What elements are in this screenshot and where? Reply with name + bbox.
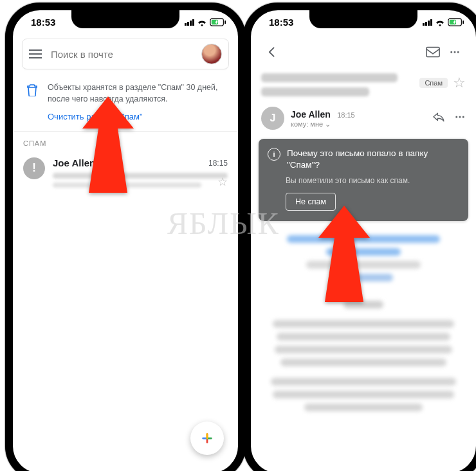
not-spam-button[interactable]: Не спам bbox=[286, 193, 336, 211]
trash-icon bbox=[23, 82, 41, 123]
svg-point-9 bbox=[457, 51, 459, 53]
svg-point-12 bbox=[462, 116, 464, 118]
sender-time: 18:15 bbox=[337, 111, 355, 119]
svg-point-10 bbox=[455, 116, 457, 118]
status-right bbox=[185, 18, 226, 26]
more-icon[interactable] bbox=[444, 41, 466, 63]
sender-avatar[interactable]: J bbox=[261, 107, 284, 130]
search-input[interactable]: Поиск в почте bbox=[51, 49, 201, 60]
status-time: 18:53 bbox=[269, 17, 293, 28]
star-icon[interactable]: ☆ bbox=[217, 175, 228, 189]
subject-blur-2 bbox=[261, 87, 369, 96]
more-icon[interactable] bbox=[454, 111, 466, 125]
spam-banner: Объекты хранятся в разделе "Спам" 30 дне… bbox=[13, 76, 238, 132]
banner-text: Объекты хранятся в разделе "Спам" 30 дне… bbox=[48, 83, 217, 103]
svg-rect-1 bbox=[224, 21, 226, 24]
why-spam-card: i Почему это письмо попало в папку "Спам… bbox=[259, 139, 468, 221]
phone-left: 18:53 Поиск в почте Объекты хранятся в р… bbox=[5, 3, 246, 471]
spam-chip[interactable]: Спам bbox=[419, 78, 448, 88]
mail-time: 18:15 bbox=[208, 159, 228, 168]
chevron-down-icon[interactable]: ⌄ bbox=[325, 120, 331, 128]
battery-icon bbox=[448, 18, 464, 26]
archive-icon[interactable] bbox=[422, 41, 444, 63]
mail-list-item[interactable]: Joe Allen 18:15 ☆ bbox=[13, 151, 238, 194]
info-icon: i bbox=[268, 148, 280, 161]
sender-name: Joe Allen bbox=[291, 109, 331, 120]
signal-icon bbox=[423, 19, 432, 26]
spam-icon bbox=[23, 157, 45, 179]
message-nav bbox=[251, 37, 476, 67]
svg-point-8 bbox=[454, 51, 456, 53]
empty-spam-link[interactable]: Очистить раздел "Спам" bbox=[48, 111, 143, 123]
wifi-icon bbox=[435, 19, 445, 26]
notch bbox=[71, 10, 179, 28]
star-icon[interactable]: ☆ bbox=[453, 75, 466, 91]
subject-blur-1 bbox=[261, 73, 398, 82]
svg-rect-4 bbox=[462, 21, 464, 24]
account-avatar[interactable] bbox=[201, 44, 222, 64]
svg-point-7 bbox=[450, 51, 452, 53]
notch bbox=[309, 10, 417, 28]
subject-row: Спам ☆ bbox=[251, 67, 476, 103]
search-bar[interactable]: Поиск в почте bbox=[22, 39, 229, 69]
mail-sender: Joe Allen bbox=[53, 157, 95, 168]
email-body-blur bbox=[251, 224, 476, 428]
wifi-icon bbox=[197, 19, 207, 26]
mail-subject-blur bbox=[53, 173, 228, 179]
svg-rect-6 bbox=[426, 48, 439, 57]
back-button[interactable] bbox=[261, 41, 283, 63]
menu-icon[interactable] bbox=[29, 49, 42, 58]
signal-icon bbox=[185, 19, 194, 26]
status-right bbox=[423, 18, 464, 26]
mail-preview-blur bbox=[53, 182, 201, 188]
recipient-label[interactable]: кому: мне bbox=[291, 120, 323, 128]
svg-point-11 bbox=[459, 116, 461, 118]
plus-icon bbox=[200, 431, 214, 445]
reply-icon[interactable] bbox=[432, 111, 445, 125]
phone-right: 18:53 Спам ☆ bbox=[243, 3, 476, 471]
battery-icon bbox=[210, 18, 226, 26]
compose-fab[interactable] bbox=[190, 422, 224, 455]
why-title: Почему это письмо попало в папку "Спам"? bbox=[287, 148, 459, 171]
sender-row: J Joe Allen 18:15 кому: мне ⌄ bbox=[251, 103, 476, 136]
why-subtitle: Вы пометили это письмо как спам. bbox=[286, 176, 459, 185]
status-time: 18:53 bbox=[31, 17, 55, 28]
section-label: СПАМ bbox=[13, 132, 238, 151]
